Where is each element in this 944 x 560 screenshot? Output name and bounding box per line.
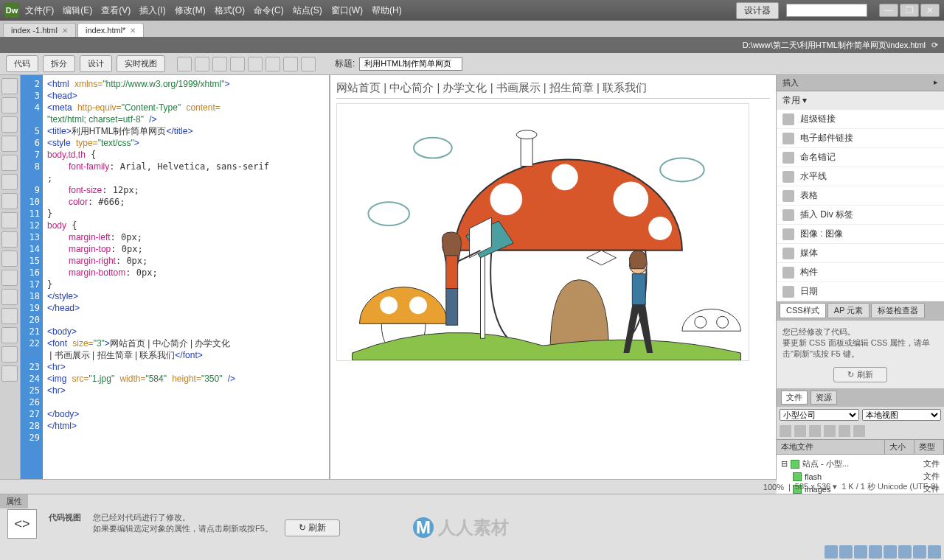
tray-icon[interactable] (928, 545, 941, 559)
prop-refresh-button[interactable]: ↻ 刷新 (285, 519, 340, 536)
tool-icon[interactable] (1, 136, 18, 152)
menu-item[interactable]: 修改(M) (175, 4, 206, 17)
tool-icon[interactable] (1, 231, 18, 248)
tool-icon[interactable] (1, 251, 18, 267)
insert-panel-header[interactable]: 插入▸ (777, 75, 944, 91)
tool-icon[interactable] (177, 57, 192, 71)
insert-item[interactable]: 表格 (777, 186, 944, 206)
tool-icon[interactable] (248, 57, 263, 71)
tray-icon[interactable] (869, 545, 882, 559)
insert-item[interactable]: 电子邮件链接 (777, 129, 944, 148)
file-tool-icon[interactable] (794, 425, 806, 437)
insert-item[interactable]: 媒体 (777, 244, 944, 263)
tool-icon[interactable] (1, 346, 18, 363)
menu-bar: 文件(F)编辑(E)查看(V)插入(I)修改(M)格式(O)命令(C)站点(S)… (25, 4, 736, 17)
refresh-icon[interactable] (301, 57, 316, 71)
tool-icon[interactable] (1, 193, 18, 209)
insert-item[interactable]: 超级链接 (777, 110, 944, 129)
tool-icon[interactable] (1, 174, 18, 190)
site-select[interactable]: 小型公司 (780, 409, 859, 421)
tray-icon[interactable] (854, 545, 867, 559)
file-tool-icon[interactable] (809, 425, 821, 437)
menu-item[interactable]: 窗口(W) (331, 4, 363, 17)
design-preview[interactable]: 网站首页 | 中心简介 | 办学文化 | 书画展示 | 招生简章 | 联系我们 (330, 75, 776, 479)
tool-icon[interactable] (1, 327, 18, 343)
tray-icon[interactable] (825, 545, 838, 559)
insert-item[interactable]: 水平线 (777, 167, 944, 186)
insert-item[interactable]: 图像 : 图像 (777, 225, 944, 244)
design-view-button[interactable]: 设计 (80, 55, 112, 72)
maximize-button[interactable]: ❐ (900, 4, 919, 17)
insert-item[interactable]: 命名锚记 (777, 148, 944, 167)
path-icon[interactable]: ⟳ (931, 41, 938, 50)
close-tab-icon[interactable]: ✕ (62, 27, 68, 35)
menu-item[interactable]: 格式(O) (215, 4, 245, 17)
code-editor[interactable]: 234 5678 910111213141516171819202122 232… (21, 75, 330, 479)
tool-icon[interactable] (1, 116, 18, 133)
properties-header[interactable]: 属性 (0, 494, 28, 508)
tool-icon[interactable] (1, 97, 18, 113)
tray-icon[interactable] (913, 545, 926, 559)
menu-item[interactable]: 站点(S) (293, 4, 322, 17)
file-tool-icon[interactable] (839, 425, 850, 437)
files-tab[interactable]: 资源 (811, 391, 837, 405)
menu-item[interactable]: 命令(C) (254, 4, 284, 17)
page-title-input[interactable] (359, 57, 462, 71)
css-refresh-button[interactable]: ↻ 刷新 (833, 367, 886, 382)
files-column-header[interactable]: 大小 (885, 440, 914, 454)
insert-item-icon (782, 228, 794, 240)
minimize-button[interactable]: — (879, 4, 898, 17)
document-tab[interactable]: index.html*✕ (77, 23, 144, 37)
insert-item[interactable]: 日期 (777, 282, 944, 301)
app-logo: Dw (4, 3, 19, 18)
file-tool-icon[interactable] (824, 425, 836, 437)
file-tool-icon[interactable] (853, 425, 865, 437)
dimensions[interactable]: 585 x 536 ▾ (795, 482, 837, 491)
zoom-level[interactable]: 100% (763, 483, 784, 491)
css-tab[interactable]: AP 元素 (827, 303, 870, 318)
tray-icon[interactable] (898, 545, 912, 559)
tray-icon[interactable] (839, 545, 853, 559)
tool-icon[interactable] (1, 270, 18, 286)
search-input[interactable] (786, 4, 867, 17)
tool-icon[interactable] (266, 57, 280, 71)
menu-item[interactable]: 编辑(E) (63, 4, 92, 17)
title-bar: Dw 文件(F)编辑(E)查看(V)插入(I)修改(M)格式(O)命令(C)站点… (0, 0, 944, 21)
file-tree-item[interactable]: ⊟ 站点 - 小型...文件 (781, 458, 940, 470)
files-tab[interactable]: 文件 (781, 391, 808, 405)
file-tool-icon[interactable] (780, 425, 791, 437)
close-button[interactable]: ✕ (920, 4, 940, 17)
insert-item[interactable]: 插入 Div 标签 (777, 206, 944, 225)
tool-icon[interactable] (1, 78, 18, 94)
tool-icon[interactable] (230, 57, 245, 71)
insert-category[interactable]: 常用 ▾ (777, 91, 944, 110)
tool-icon[interactable] (1, 212, 18, 228)
tool-icon[interactable] (283, 57, 298, 71)
tool-icon[interactable] (1, 155, 18, 171)
tool-icon[interactable] (1, 308, 18, 324)
tool-icon[interactable] (1, 365, 18, 382)
close-tab-icon[interactable]: ✕ (130, 27, 136, 35)
tool-icon[interactable] (195, 57, 209, 71)
designer-button[interactable]: 设计器 (736, 2, 779, 19)
files-column-header[interactable]: 类型 (914, 440, 944, 454)
css-tab[interactable]: 标签检查器 (871, 303, 925, 318)
tray-icon[interactable] (884, 545, 897, 559)
files-column-header[interactable]: 本地文件 (777, 440, 885, 454)
insert-item-icon (782, 267, 794, 279)
view-select[interactable]: 本地视图 (862, 409, 942, 421)
code-content[interactable]: <html xmlns="http://www.w3.org/1999/xhtm… (43, 75, 329, 479)
tool-icon[interactable] (212, 57, 227, 71)
code-view-button[interactable]: 代码 (6, 55, 38, 72)
tool-icon[interactable] (1, 289, 18, 305)
document-tab[interactable]: index -1.html✕ (3, 23, 76, 37)
menu-item[interactable]: 查看(V) (101, 4, 131, 17)
menu-item[interactable]: 帮助(H) (372, 4, 402, 17)
svg-point-4 (552, 164, 578, 191)
menu-item[interactable]: 文件(F) (25, 4, 54, 17)
menu-item[interactable]: 插入(I) (139, 4, 165, 17)
insert-item[interactable]: 构件 (777, 263, 944, 282)
css-tab[interactable]: CSS样式 (780, 303, 826, 318)
live-view-button[interactable]: 实时视图 (117, 55, 165, 72)
split-view-button[interactable]: 拆分 (43, 55, 75, 72)
